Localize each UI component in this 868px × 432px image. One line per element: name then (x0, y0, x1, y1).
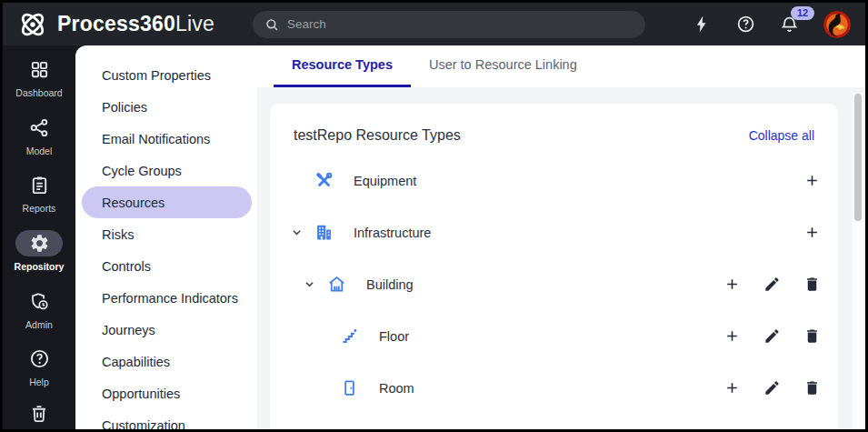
subnav-item-capabilities[interactable]: Capabilities (82, 346, 252, 377)
tree-row-equipment: Equipment (270, 155, 838, 206)
subnav-item-performance-indicators[interactable]: Performance Indicators (82, 282, 252, 314)
model-icon (29, 117, 50, 138)
row-actions (718, 375, 825, 402)
row-actions (798, 219, 825, 246)
plus-icon (723, 276, 741, 293)
collapse-all-link[interactable]: Collapse all (749, 128, 814, 143)
help-button[interactable] (736, 15, 755, 34)
search-input[interactable] (287, 17, 634, 31)
sidebar-item-dashboard[interactable]: Dashboard (3, 56, 75, 115)
tree-row-room: Room (270, 362, 838, 414)
plus-icon (803, 172, 821, 189)
door-icon (340, 378, 364, 397)
app-window: Process360Live 12 (0, 0, 868, 432)
repository-sidebar: Custom PropertiesPoliciesEmail Notificat… (75, 45, 257, 429)
content-area: testRepo Resource Types Collapse all Equ… (257, 87, 865, 429)
tab-user-to-resource-linking[interactable]: User to Resource Linking (411, 45, 595, 87)
subnav-item-policies[interactable]: Policies (82, 91, 252, 123)
sidebar-item-model[interactable]: Model (3, 115, 75, 173)
lightning-icon (693, 15, 712, 34)
add-resource-type-button[interactable] (798, 167, 825, 195)
edit-resource-type-button[interactable] (758, 375, 785, 402)
dashboard-icon (29, 59, 50, 80)
main-area: Resource TypesUser to Resource Linking t… (257, 45, 865, 429)
pencil-icon (763, 379, 781, 397)
help-circle-icon (736, 15, 755, 34)
plus-icon (723, 379, 741, 397)
scrollbar-track[interactable] (853, 94, 863, 429)
notifications-button[interactable]: 12 (780, 15, 799, 34)
quick-actions-button[interactable] (693, 15, 712, 34)
edit-resource-type-button[interactable] (758, 323, 785, 350)
notification-count-badge: 12 (791, 6, 814, 20)
resource-type-tree: EquipmentInfrastructureBuildingFloorRoom (270, 155, 838, 414)
subnav-item-resources[interactable]: Resources (82, 186, 252, 218)
sidebar-item-label: Help (29, 377, 49, 387)
row-actions (718, 323, 825, 350)
avatar[interactable] (823, 11, 851, 38)
search-bar[interactable] (253, 11, 645, 38)
trash-icon (803, 379, 821, 397)
add-resource-type-button[interactable] (718, 323, 745, 350)
subnav-item-journeys[interactable]: Journeys (82, 314, 252, 346)
row-actions (718, 271, 825, 298)
resource-types-panel: testRepo Resource Types Collapse all Equ… (270, 104, 838, 429)
trash-icon (803, 327, 821, 345)
subnav-item-customization[interactable]: Customization (82, 409, 252, 429)
subnav-item-risks[interactable]: Risks (82, 218, 252, 250)
stairs-icon (340, 327, 364, 346)
topbar: Process360Live 12 (3, 3, 865, 45)
subnav-item-opportunities[interactable]: Opportunities (82, 377, 252, 409)
tree-row-floor: Floor (270, 310, 838, 362)
search-icon (264, 17, 279, 32)
tree-row-label: Floor (379, 329, 409, 344)
subnav-item-email-notifications[interactable]: Email Notifications (82, 123, 252, 155)
tools-icon (314, 171, 338, 190)
panel-header: testRepo Resource Types Collapse all (270, 104, 838, 155)
delete-resource-type-button[interactable] (798, 323, 825, 350)
sidebar-item-admin[interactable]: Admin (3, 288, 75, 347)
chevron-down-icon[interactable] (290, 226, 304, 239)
scrollbar-thumb[interactable] (854, 94, 862, 221)
tree-row-label: Infrastructure (354, 226, 431, 240)
sidebar-item-reports[interactable]: Reports (3, 172, 75, 230)
tab-resource-types[interactable]: Resource Types (274, 45, 411, 87)
topbar-actions: 12 (693, 11, 851, 38)
plus-icon (803, 224, 821, 241)
app-logo-atom-icon (17, 9, 48, 40)
add-resource-type-button[interactable] (718, 271, 745, 298)
reports-icon (29, 175, 50, 196)
pencil-icon (763, 276, 781, 293)
app-body: DashboardModelReportsRepositoryAdminHelp… (3, 45, 865, 429)
add-resource-type-button[interactable] (798, 219, 825, 246)
brand-light: Live (175, 12, 215, 35)
tree-row-infrastructure: Infrastructure (270, 206, 838, 258)
plus-icon (723, 327, 741, 345)
tree-row-label: Equipment (354, 174, 416, 188)
brand-title: Process360Live (57, 12, 215, 36)
brand-bold: Process360 (57, 12, 175, 35)
subnav-item-custom-properties[interactable]: Custom Properties (82, 59, 252, 91)
sidebar-item-help[interactable]: Help (3, 346, 75, 404)
chevron-slot (303, 277, 327, 291)
row-actions (798, 167, 825, 195)
house-icon (327, 275, 351, 294)
admin-icon (29, 291, 50, 312)
chevron-down-icon[interactable] (303, 277, 316, 291)
subnav-item-cycle-groups[interactable]: Cycle Groups (82, 155, 252, 186)
edit-resource-type-button[interactable] (758, 271, 785, 298)
add-resource-type-button[interactable] (718, 375, 745, 402)
buildings-icon (314, 223, 338, 242)
tab-bar: Resource TypesUser to Resource Linking (257, 45, 865, 87)
sidebar-item-label: Admin (25, 319, 53, 330)
sidebar-item-repository[interactable]: Repository (3, 230, 75, 288)
tree-row-label: Room (379, 381, 414, 396)
delete-resource-type-button[interactable] (798, 375, 825, 402)
sidebar-item-label: Dashboard (15, 87, 62, 98)
subnav-item-controls[interactable]: Controls (82, 250, 252, 282)
delete-resource-type-button[interactable] (798, 271, 825, 298)
primary-sidebar: DashboardModelReportsRepositoryAdminHelp (3, 45, 75, 429)
repository-icon (29, 233, 50, 254)
tree-row-building: Building (270, 258, 838, 310)
trash-button[interactable] (29, 404, 49, 424)
